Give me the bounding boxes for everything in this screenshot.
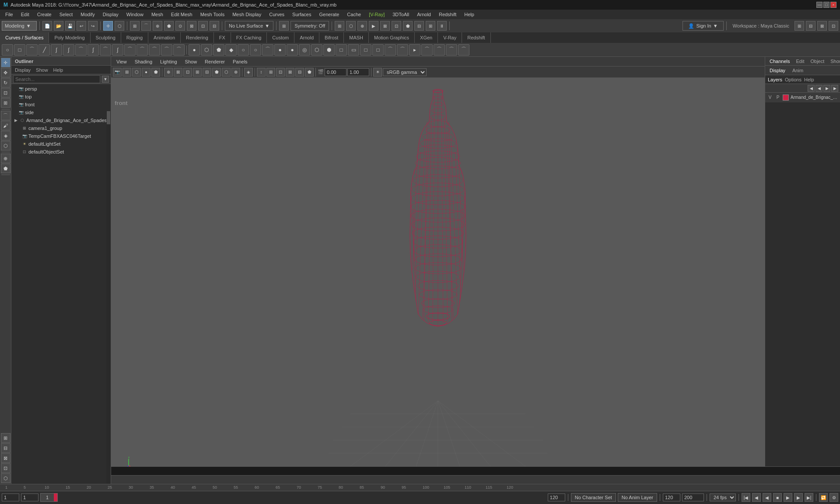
tool-icons3[interactable]: ⊡: [1, 463, 10, 473]
tl-prev-frame[interactable]: ◀: [752, 493, 761, 502]
tl-next-frame[interactable]: ▶: [794, 493, 803, 502]
vp-tb-3[interactable]: ⊡: [183, 68, 192, 77]
vp-tb-isolate[interactable]: ◈: [244, 68, 253, 77]
tb-workspace-btn3[interactable]: ⊠: [817, 21, 827, 31]
vp-tb-6[interactable]: ⬟: [212, 68, 221, 77]
shelf-surf5[interactable]: ⬡: [311, 44, 322, 56]
shelf-surf3[interactable]: ●: [287, 44, 298, 56]
vp-cam-field2[interactable]: [347, 68, 369, 76]
tool-soft-select[interactable]: ⌒: [1, 111, 10, 120]
sign-in-button[interactable]: 👤 Sign In ▼: [682, 21, 723, 31]
outliner-lightset[interactable]: ☀ defaultLightSet: [11, 140, 111, 148]
vp-tb-snap6[interactable]: ⬟: [305, 68, 314, 77]
tool-select[interactable]: ✛: [1, 58, 10, 67]
shelf-surf2[interactable]: ●: [274, 44, 286, 56]
menu-cache[interactable]: Cache: [343, 11, 364, 18]
tb-workspace-btn4[interactable]: ⊡: [829, 21, 838, 31]
menu-mesh-tools[interactable]: Mesh Tools: [197, 11, 228, 18]
shelf-surf8[interactable]: ▭: [348, 44, 359, 56]
vp-tb-texture[interactable]: ⬟: [151, 68, 160, 77]
tool-select2[interactable]: ◈: [1, 131, 10, 140]
tb-render-10[interactable]: ⏸: [437, 21, 447, 31]
tab-motion-graphics[interactable]: Motion Graphics: [369, 32, 415, 43]
rp-ctrl-2[interactable]: ◀: [816, 85, 822, 92]
tool-snap[interactable]: ⊕: [1, 154, 10, 163]
rp-layer-color-swatch[interactable]: [783, 94, 789, 101]
vp-menu-view[interactable]: View: [113, 58, 130, 65]
tab-rigging[interactable]: Rigging: [121, 32, 148, 43]
tab-redshift[interactable]: Redshift: [462, 32, 490, 43]
tab-animation[interactable]: Animation: [148, 32, 181, 43]
tab-mash[interactable]: MASH: [344, 32, 369, 43]
shelf-cylinder[interactable]: ⬟: [213, 44, 224, 56]
rp-ctrl-4[interactable]: ▶: [831, 85, 838, 92]
shelf-curve7[interactable]: ⌒: [124, 44, 136, 56]
shelf-curve2[interactable]: ∫: [63, 44, 74, 56]
shelf-arc[interactable]: ⌒: [26, 44, 38, 56]
vp-tb-snap5[interactable]: ⊟: [295, 68, 304, 77]
shelf-surf15[interactable]: ⌒: [434, 44, 445, 56]
tool-transform[interactable]: ⊞: [1, 98, 10, 108]
outliner-menu-display[interactable]: Display: [13, 67, 32, 73]
shelf-cube[interactable]: ⬡: [201, 44, 212, 56]
menu-arnold[interactable]: Arnold: [413, 11, 434, 18]
shelf-plane[interactable]: ○: [250, 44, 261, 56]
vp-tb-8[interactable]: ⊕: [231, 68, 240, 77]
tool-icons1[interactable]: ⊟: [1, 443, 10, 453]
vp-tb-solid[interactable]: ●: [142, 68, 150, 77]
tb-render-2[interactable]: ⬡: [346, 21, 356, 31]
shelf-surf1[interactable]: ⌒: [262, 44, 273, 56]
tool-scale[interactable]: ⊡: [1, 88, 10, 98]
menu-window[interactable]: Window: [123, 11, 147, 18]
vp-gamma-select[interactable]: sRGB gamma: [383, 68, 427, 76]
tl-stop[interactable]: ■: [773, 493, 782, 502]
outliner-side[interactable]: 📷 side: [11, 108, 111, 116]
tl-settings[interactable]: ⚙: [830, 493, 838, 502]
shelf-curve8[interactable]: ⌒: [136, 44, 148, 56]
vp-tb-wireframe[interactable]: ⬡: [132, 68, 141, 77]
tl-go-start[interactable]: |◀: [742, 493, 750, 502]
shelf-curve4[interactable]: ∫: [88, 44, 99, 56]
tl-loop[interactable]: 🔁: [819, 493, 828, 502]
menu-curves[interactable]: Curves: [266, 11, 288, 18]
tb-snap-point[interactable]: ⊕: [153, 21, 162, 31]
shelf-curve9[interactable]: ⌒: [149, 44, 160, 56]
tool-icons2[interactable]: ⊠: [1, 453, 10, 463]
tb-workspace-btn2[interactable]: ⊟: [806, 21, 816, 31]
shelf-surf12[interactable]: ⌒: [397, 44, 408, 56]
tab-custom[interactable]: Custom: [267, 32, 294, 43]
tb-snap-6[interactable]: ⊡: [198, 21, 208, 31]
tool-grid[interactable]: ⊞: [1, 433, 10, 443]
shelf-curve3[interactable]: ⌒: [75, 44, 87, 56]
tl-play-back[interactable]: ◀: [763, 493, 771, 502]
tb-snap-surface[interactable]: ⬟: [164, 21, 174, 31]
shelf-curve6[interactable]: ∫: [112, 44, 123, 56]
tb-undo[interactable]: ↩: [77, 21, 86, 31]
vp-tb-snap2[interactable]: ⊞: [266, 68, 275, 77]
vp-tb-7[interactable]: ⬡: [222, 68, 231, 77]
tb-snap-7[interactable]: ⊟: [210, 21, 219, 31]
menu-edit[interactable]: Edit: [18, 11, 33, 18]
tb-snap-view[interactable]: ⊙: [175, 21, 185, 31]
menu-vray[interactable]: [V-Ray]: [365, 11, 388, 18]
tb-render-4[interactable]: ▶: [369, 21, 378, 31]
menu-redshift[interactable]: Redshift: [435, 11, 460, 18]
tab-sculpting[interactable]: Sculpting: [91, 32, 121, 43]
close-button[interactable]: ×: [830, 2, 836, 8]
tab-arnold[interactable]: Arnold: [294, 32, 319, 43]
shelf-surf6[interactable]: ⬢: [323, 44, 335, 56]
tab-xgen[interactable]: XGen: [415, 32, 438, 43]
shelf-curve5[interactable]: ⌒: [100, 44, 111, 56]
rp-tab-channels[interactable]: Channels: [768, 58, 791, 65]
vp-menu-show[interactable]: Show: [182, 58, 201, 65]
vp-tb-grid[interactable]: ⊞: [122, 68, 131, 77]
tl-go-end[interactable]: ▶|: [805, 493, 813, 502]
tool-cluster[interactable]: ⬟: [1, 164, 10, 173]
rp-ctrl-3[interactable]: ▶: [823, 85, 830, 92]
outliner-main-group[interactable]: ▶ ⬡ Armand_de_Brignac_Ace_of_Spades_B...: [11, 116, 111, 124]
tool-rotate[interactable]: ↻: [1, 78, 10, 88]
tl-current-frame[interactable]: 1: [21, 494, 38, 501]
outliner-tempcam[interactable]: 📷 TempCamFBXASC046Target: [11, 132, 111, 140]
shelf-sphere[interactable]: ●: [189, 44, 200, 56]
vp-tb-2[interactable]: ⊠: [174, 68, 182, 77]
